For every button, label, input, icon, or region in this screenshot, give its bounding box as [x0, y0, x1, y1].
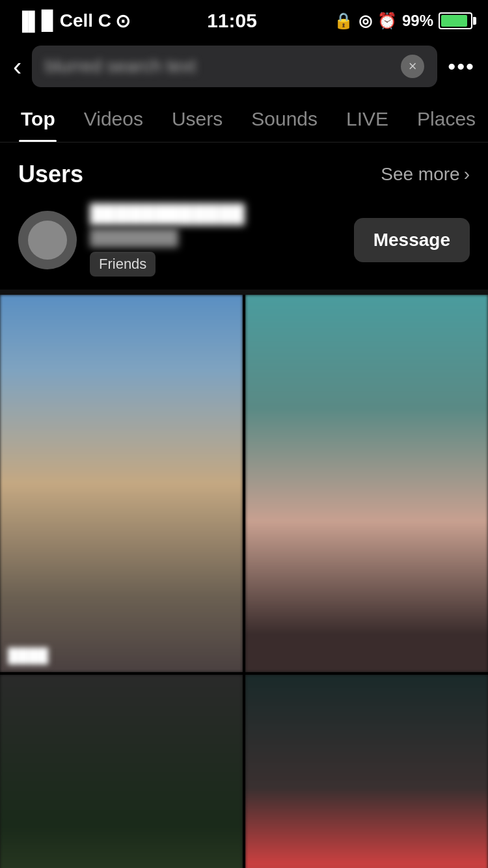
users-section-title: Users [18, 161, 83, 188]
search-header: ‹ blurred search text × ••• [0, 39, 488, 94]
tab-bar: Top Videos Users Sounds LIVE Places [0, 94, 488, 142]
battery-fill [441, 15, 467, 27]
tab-places[interactable]: Places [403, 94, 488, 142]
user-handle: ████████ [90, 228, 341, 247]
users-header: Users See more › [18, 161, 470, 188]
more-options-button[interactable]: ••• [448, 54, 475, 79]
avatar [18, 211, 77, 269]
back-button[interactable]: ‹ [13, 53, 21, 79]
video-image-1 [0, 295, 243, 672]
message-button[interactable]: Message [354, 218, 470, 262]
tab-videos[interactable]: Videos [70, 94, 157, 142]
video-thumb-2[interactable] [245, 295, 488, 672]
status-right: 🔒 ◎ ⏰ 99% [334, 12, 472, 30]
status-bar: ▐▌▊ Cell C ⊙ 11:05 🔒 ◎ ⏰ 99% [0, 0, 488, 39]
avatar-inner [28, 221, 67, 260]
carrier-label: Cell C [60, 10, 111, 31]
battery-percent: 99% [402, 12, 433, 30]
video-thumb-1[interactable]: ████ [0, 295, 243, 672]
section-divider [0, 290, 488, 295]
video-overlay-1: ████ [8, 647, 48, 664]
tab-sounds[interactable]: Sounds [237, 94, 332, 142]
see-more-label: See more [381, 164, 459, 185]
user-name: ████████████ [90, 204, 341, 224]
video-image-2 [245, 295, 488, 672]
status-left: ▐▌▊ Cell C ⊙ [16, 10, 130, 32]
search-bar[interactable]: blurred search text × [32, 46, 437, 87]
users-section: Users See more › ████████████ ████████ F… [0, 142, 488, 290]
friends-badge: Friends [90, 252, 156, 277]
video-image-3 [0, 675, 243, 868]
wifi-icon: ⊙ [115, 10, 130, 32]
see-more-button[interactable]: See more › [381, 164, 470, 185]
lock-icon: 🔒 [334, 12, 353, 30]
battery-icon [439, 12, 472, 29]
tab-users[interactable]: Users [157, 94, 237, 142]
tab-live[interactable]: LIVE [332, 94, 403, 142]
status-time: 11:05 [207, 10, 257, 32]
user-info: ████████████ ████████ Friends [90, 204, 341, 277]
video-thumb-3[interactable] [0, 675, 243, 868]
chevron-right-icon: › [464, 164, 470, 185]
video-thumb-4[interactable] [245, 675, 488, 868]
video-grid: ████ [0, 295, 488, 868]
user-card: ████████████ ████████ Friends Message [18, 204, 470, 277]
search-text: blurred search text [45, 56, 401, 77]
search-clear-button[interactable]: × [401, 55, 424, 78]
location-icon: ◎ [359, 12, 372, 30]
tab-top[interactable]: Top [7, 94, 70, 142]
signal-icon: ▐▌▊ [16, 10, 56, 32]
video-image-4 [245, 675, 488, 868]
alarm-icon: ⏰ [377, 12, 397, 30]
